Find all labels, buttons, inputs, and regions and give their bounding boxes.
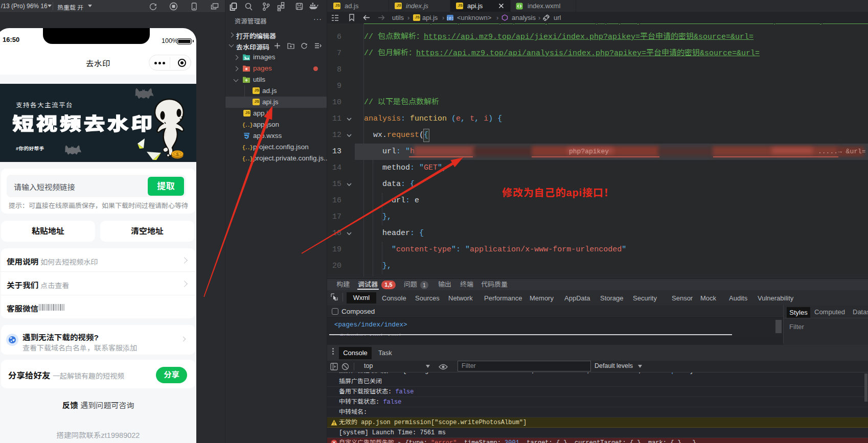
svg-text:[@]: [@] <box>446 16 453 20</box>
svg-text:$: $ <box>176 152 178 157</box>
